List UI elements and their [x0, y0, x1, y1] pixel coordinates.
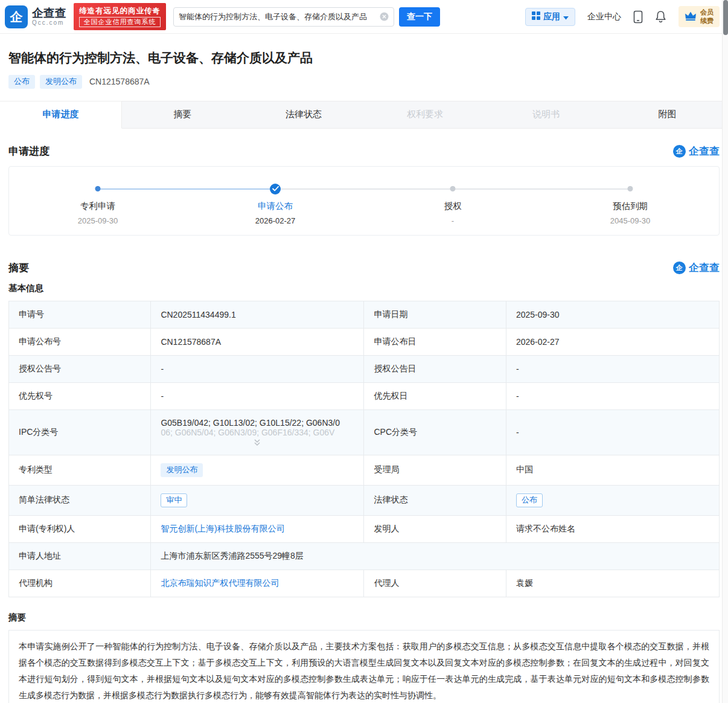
field-value: 北京布瑞知识产权代理有限公司 [151, 570, 364, 597]
tab-description: 说明书 [485, 101, 607, 128]
timeline-step-grant: 授权 - [364, 167, 541, 235]
field-value: - [506, 382, 719, 409]
search-button[interactable]: 查一下 [399, 7, 440, 27]
field-label: 申请(专利权)人 [9, 515, 151, 542]
patent-type-tag: 发明公布 [161, 463, 203, 477]
search-input[interactable] [179, 12, 380, 21]
top-bar: 企 企查查 Qcc.com 缔造有远见的商业传奇 全国企业信用查询系统 查一下 … [0, 0, 728, 34]
grid-icon [532, 11, 540, 22]
member-label-line1: 会员 [700, 8, 714, 17]
abstract-text: 本申请实施例公开了一种智能体的行为控制方法、电子设备、存储介质以及产品，主要技术… [8, 630, 720, 703]
field-value: - [506, 355, 719, 382]
tab-bar: 申请进度 摘要 法律状态 权利要求 说明书 附图 [0, 101, 728, 129]
page-title: 智能体的行为控制方法、电子设备、存储介质以及产品 [8, 50, 720, 66]
slogan-line1: 缔造有远见的商业传奇 [79, 6, 161, 16]
field-value: 中国 [506, 455, 719, 485]
applicant-link[interactable]: 智元创新(上海)科技股份有限公司 [161, 524, 284, 533]
ipc-line2: 06; G06N5/04; G06N3/09; G06F16/334; G06V [161, 428, 354, 437]
field-label: 代理机构 [9, 570, 151, 597]
summary-section-title: 摘要 [8, 261, 29, 275]
step-dot [95, 186, 101, 191]
qcc-watermark-icon: 企 [673, 262, 686, 274]
field-value: 袁媛 [506, 570, 719, 597]
tab-figures[interactable]: 附图 [607, 101, 728, 128]
basic-info-title: 基本信息 [8, 283, 720, 294]
field-value: - [151, 355, 364, 382]
enterprise-center-link[interactable]: 企业中心 [587, 11, 621, 22]
bell-icon[interactable] [655, 10, 666, 23]
step-dot [450, 186, 456, 191]
field-value: CN121578687A [151, 328, 364, 355]
member-renew-button[interactable]: 会员 续费 [679, 6, 720, 28]
simple-legal-status-tag: 审中 [161, 493, 187, 507]
main-content: 申请进度 企 企查查 专利申请 2025-09-30 申请公布 2026-02-… [0, 144, 728, 703]
field-value: 2025-09-30 [506, 301, 719, 328]
qcc-watermark-icon: 企 [673, 145, 686, 158]
field-label: 授权公告号 [9, 355, 151, 382]
table-row: 代理机构 北京布瑞知识产权代理有限公司 代理人 袁媛 [9, 570, 720, 597]
tab-application-progress[interactable]: 申请进度 [0, 101, 122, 129]
table-row: 申请号 CN202511434499.1 申请日期 2025-09-30 [9, 301, 720, 328]
table-row: 申请公布号 CN121578687A 申请公布日 2026-02-27 [9, 328, 720, 355]
tab-legal-status[interactable]: 法律状态 [243, 101, 365, 128]
step-date: - [364, 216, 541, 225]
expand-chevron-icon[interactable] [161, 438, 354, 447]
step-date: 2026-02-27 [187, 216, 364, 225]
mobile-app-icon[interactable] [633, 10, 643, 24]
timeline-step-expiry: 预估到期 2045-09-30 [541, 167, 719, 235]
slogan-line2: 全国企业信用查询系统 [79, 17, 161, 27]
table-row: 专利类型 发明公布 受理局 中国 [9, 455, 720, 485]
tab-claims: 权利要求 [364, 101, 485, 128]
apps-dropdown[interactable]: 应用 [525, 8, 575, 26]
field-label: 简单法律状态 [9, 485, 151, 515]
page-scrollbar[interactable] [722, 0, 728, 703]
search-bar: 查一下 [173, 7, 440, 27]
field-label: 优先权号 [9, 382, 151, 409]
step-date: 2025-09-30 [9, 216, 187, 225]
slogan-banner: 缔造有远见的商业传奇 全国企业信用查询系统 [74, 3, 166, 30]
timeline-step-filing: 专利申请 2025-09-30 [9, 167, 187, 235]
table-row: 简单法律状态 审中 法律状态 公布 [9, 485, 720, 515]
abstract-title: 摘要 [8, 612, 720, 623]
field-label: 受理局 [364, 455, 506, 485]
crown-icon [685, 11, 697, 23]
scrollbar-thumb[interactable] [723, 0, 728, 35]
tab-abstract[interactable]: 摘要 [122, 101, 243, 128]
brand-name: 企查查 [32, 7, 66, 20]
step-label: 预估到期 [541, 201, 719, 212]
field-label: 代理人 [364, 570, 506, 597]
publish-status-tag: 公布 [8, 75, 35, 89]
brand-domain: Qcc.com [32, 19, 66, 26]
title-meta: 公布 发明公布 CN121578687A [8, 75, 720, 89]
field-value: - [151, 382, 364, 409]
patent-number: CN121578687A [89, 77, 150, 86]
field-label: 申请人地址 [9, 542, 151, 570]
step-label: 申请公布 [187, 201, 364, 212]
table-row: 授权公告号 - 授权公告日 - [9, 355, 720, 382]
field-value: 审中 [151, 485, 364, 515]
legal-status-tag: 公布 [516, 493, 543, 507]
field-value: - [506, 409, 719, 455]
basic-info-table: 申请号 CN202511434499.1 申请日期 2025-09-30 申请公… [8, 301, 720, 597]
field-label: IPC分类号 [9, 409, 151, 455]
application-progress-timeline: 专利申请 2025-09-30 申请公布 2026-02-27 授权 - 预估到… [8, 166, 720, 236]
step-dot [628, 186, 633, 191]
field-value: 2026-02-27 [506, 328, 719, 355]
progress-section-title: 申请进度 [8, 144, 49, 158]
field-value: 请求不公布姓名 [506, 515, 719, 542]
field-label: 法律状态 [364, 485, 506, 515]
field-value: 发明公布 [151, 455, 364, 485]
apps-label: 应用 [543, 11, 560, 22]
table-row: 优先权号 - 优先权日 - [9, 382, 720, 409]
field-label: 发明人 [364, 515, 506, 542]
step-label: 专利申请 [9, 201, 187, 212]
patent-type-tag: 发明公布 [40, 75, 82, 89]
clear-search-icon[interactable] [380, 12, 389, 21]
search-box[interactable] [173, 7, 394, 27]
qcc-logo[interactable]: 企 企查查 Qcc.com [5, 5, 66, 28]
check-icon [270, 184, 281, 194]
step-label: 授权 [364, 201, 541, 212]
agency-link[interactable]: 北京布瑞知识产权代理有限公司 [161, 578, 279, 588]
field-label: 优先权日 [364, 382, 506, 409]
summary-section-header: 摘要 企 企查查 [8, 261, 720, 275]
